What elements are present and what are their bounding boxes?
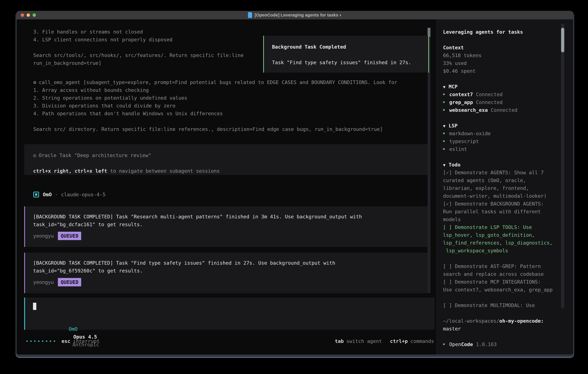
message-line: task_id="bg_dcfac161" to get results. — [33, 220, 429, 228]
toast-body: Task "Find type safety issues" finished … — [272, 59, 428, 66]
text-line: 4. Path operations that don't handle Win… — [33, 110, 427, 117]
sidebar: Leveraging agents for tasks Context 66,5… — [436, 20, 573, 354]
esc-key-hint: esc — [62, 338, 70, 344]
lsp-item: typescript — [443, 137, 567, 145]
message-block: [BACKGROUND TASK COMPLETED] Task "Resear… — [24, 206, 429, 247]
document-icon — [248, 12, 253, 18]
context-heading: Context — [443, 44, 567, 52]
tool-call-block: ⚙call_omo_agent [subagent_type=explore, … — [33, 78, 427, 133]
tab-key-hint: tab — [335, 338, 344, 344]
message-author: yeongyu — [33, 279, 54, 285]
section-mcp[interactable]: ▼MCP — [443, 83, 567, 91]
lsp-item: eslint — [443, 145, 567, 153]
todo-item: [✓] Demonstrate AGENTS: Show all 7 curat… — [443, 169, 567, 200]
statusbar-right: tab switch agent ctrl+p commands — [335, 338, 434, 344]
commands-key-label: commands — [410, 338, 434, 344]
workspace-path: ~/local-workspaces/oh-my-opencode: — [443, 317, 567, 325]
input-footer: OmO Opus 4.5 Anthropic — [33, 317, 99, 325]
todo-item: [ ] Demonstrate MCP INTEGRATIONS: Use co… — [443, 278, 567, 294]
tab-key-label: switch agent — [346, 338, 382, 344]
context-used: 33% used — [443, 59, 567, 67]
hint-text: to navigate between subagent sessions — [107, 168, 220, 174]
text-line: 3. File handles or streams not closed — [33, 28, 426, 36]
text-line: 3. Division operations that could divide… — [33, 102, 427, 110]
section-lsp[interactable]: ▼LSP — [443, 122, 567, 130]
background-task-toast: Background Task Completed Task "Find typ… — [263, 36, 429, 73]
terminal-main: 3. File handles or streams not closed 4.… — [17, 20, 436, 354]
status-dot-icon — [443, 133, 445, 134]
statusbar-left: esc interrupt — [26, 338, 100, 344]
version-row: OpenCode1.0.163 — [443, 341, 567, 348]
text-line: 1. Array access without bounds checking — [33, 86, 427, 94]
workspace-branch: master — [443, 325, 567, 333]
agent-icon — [33, 192, 39, 197]
status-badge: QUEUED — [58, 278, 81, 286]
status-dot-icon — [443, 343, 445, 345]
circle-icon: ◎ — [33, 152, 36, 158]
chevron-down-icon: ▼ — [443, 85, 445, 89]
main-scrollbar-thumb[interactable] — [428, 28, 430, 37]
subagent-nav-hint: ctrl+x right, ctrl+x left to navigate be… — [33, 167, 429, 175]
message-meta: yeongyu QUEUED — [33, 231, 429, 240]
agent-name: OmO — [43, 192, 52, 197]
sidebar-scrollbar-thumb[interactable] — [561, 28, 564, 52]
text-line: Search src/ directory. Return specific f… — [33, 125, 427, 133]
message-line: [BACKGROUND TASK COMPLETED] Task "Find t… — [33, 259, 429, 267]
status-dot-icon — [443, 140, 445, 142]
text-line: 2. String operations on potentially unde… — [33, 94, 427, 102]
prompt-input[interactable]: OmO Opus 4.5 Anthropic — [24, 298, 435, 330]
esc-key-label: interrupt — [73, 338, 100, 344]
status-dot-icon — [443, 101, 445, 103]
window-title-area: [OpenCode] Leveraging agents for tasks ◐ — [17, 11, 573, 19]
sidebar-scrollbar-track — [561, 23, 564, 308]
context-spent: $0.46 spent — [443, 67, 567, 75]
status-dot-icon — [443, 94, 445, 95]
desktop: [OpenCode] Leveraging agents for tasks ◐… — [0, 0, 588, 374]
activity-dots — [26, 341, 55, 342]
mcp-item: websearch_exaConnected — [443, 106, 567, 114]
hint-keys: ctrl+x right, ctrl+x left — [33, 168, 107, 174]
mcp-item: grep_appConnected — [443, 98, 567, 106]
text-line — [33, 117, 427, 125]
message-line: [BACKGROUND TASK COMPLETED] Task "Resear… — [33, 213, 429, 220]
toast-title: Background Task Completed — [272, 43, 428, 51]
todo-item: [ ] Demonstrate AST-GREP: Pattern search… — [443, 262, 567, 278]
commands-key-hint: ctrl+p — [390, 338, 408, 344]
status-badge: QUEUED — [58, 232, 81, 240]
chevron-down-icon: ▼ — [443, 163, 445, 167]
window-title: [OpenCode] Leveraging agents for tasks ◐ — [255, 13, 342, 18]
chevron-down-icon: ▼ — [443, 124, 445, 128]
app-window: [OpenCode] Leveraging agents for tasks ◐… — [16, 11, 574, 357]
todo-item: [ ] Demonstrate MULTIMODAL: Use — [443, 301, 567, 309]
status-dot-icon — [443, 109, 445, 111]
app-content: 3. File handles or streams not closed 4.… — [17, 20, 573, 354]
section-todo[interactable]: ▼Todo — [443, 161, 567, 169]
separator-dot: · — [55, 192, 58, 197]
message-line: task_id="bg_6f59260c" to get results. — [33, 267, 429, 275]
todo-item-active: [ ] Demonstrate LSP TOOLS: Use lsp_hover… — [443, 223, 567, 255]
oracle-task-panel: ◎Oracle Task "Deep architecture review" … — [24, 144, 429, 175]
oracle-task-title: ◎Oracle Task "Deep architecture review" — [33, 151, 429, 159]
titlebar: [OpenCode] Leveraging agents for tasks ◐ — [17, 11, 573, 20]
context-tokens: 66,518 tokens — [443, 52, 567, 59]
status-dot-icon — [443, 148, 445, 150]
agent-session-header: OmO · claude-opus-4-5 — [33, 191, 105, 198]
message-author: yeongyu — [33, 233, 54, 239]
status-bar: esc interrupt tab switch agent ctrl+p co… — [26, 337, 434, 345]
lsp-item: markdown-oxide — [443, 130, 567, 137]
active-agent-label: OmO — [69, 326, 78, 332]
mcp-item: context7Connected — [443, 91, 567, 98]
text-cursor — [33, 303, 36, 310]
tool-call-text: call_omo_agent [subagent_type=explore, p… — [39, 79, 397, 85]
gear-icon: ⚙ — [33, 79, 36, 85]
session-title: Leveraging agents for tasks — [443, 28, 567, 36]
tool-call-header: ⚙call_omo_agent [subagent_type=explore, … — [33, 78, 427, 86]
message-block: [BACKGROUND TASK COMPLETED] Task "Find t… — [24, 253, 429, 293]
todo-item: [✓] Demonstrate BACKGROUND AGENTS: Run p… — [443, 200, 567, 223]
message-meta: yeongyu QUEUED — [33, 278, 429, 287]
agent-model: claude-opus-4-5 — [61, 192, 105, 197]
